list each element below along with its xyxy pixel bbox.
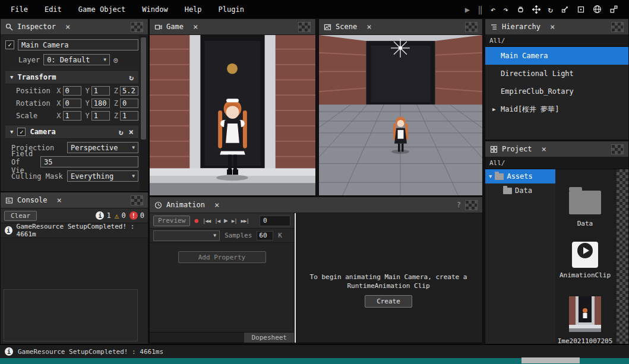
camera-enabled-checkbox[interactable]: ✓ bbox=[17, 128, 26, 136]
warning-filter[interactable]: ⚠ 0 bbox=[115, 211, 126, 220]
tab-console[interactable]: Console bbox=[17, 196, 48, 204]
transform-section-header[interactable]: ▼ Transform ↻ bbox=[5, 70, 138, 84]
tab-scene[interactable]: Scene bbox=[336, 23, 357, 31]
menu-game-object[interactable]: Game Object bbox=[78, 5, 125, 14]
project-detach-icon[interactable] bbox=[611, 144, 624, 154]
scene-viewport[interactable] bbox=[319, 35, 482, 195]
culling-dropdown[interactable]: Everything ▼ bbox=[67, 170, 138, 182]
scale-y-field[interactable] bbox=[91, 111, 110, 121]
rect-tool-icon[interactable] bbox=[577, 5, 585, 14]
console-log-entry[interactable]: i GameResource SetupCompleted! : 4661m bbox=[1, 223, 148, 238]
previous-key-icon[interactable]: |◀ bbox=[214, 218, 220, 224]
animation-detach-icon[interactable] bbox=[465, 200, 478, 210]
tab-inspector[interactable]: Inspector bbox=[17, 23, 56, 31]
animation-timeline-area[interactable]: To begin animating Main Camera, create a… bbox=[295, 213, 482, 343]
info-filter[interactable]: i 1 bbox=[96, 211, 110, 220]
move-tool-icon[interactable] bbox=[532, 5, 541, 14]
hierarchy-close-icon[interactable]: × bbox=[550, 22, 555, 31]
expand-arrow-icon[interactable]: ▶ bbox=[492, 106, 501, 112]
inspector-detach-icon[interactable] bbox=[131, 22, 143, 32]
add-property-button[interactable]: Add Property bbox=[178, 251, 266, 263]
play-animation-icon[interactable]: ▶ bbox=[224, 217, 227, 224]
position-z-field[interactable] bbox=[120, 86, 138, 96]
error-filter[interactable]: ! 0 bbox=[129, 211, 144, 220]
layer-target-icon[interactable]: ◎ bbox=[113, 56, 118, 64]
project-path[interactable]: All/ bbox=[485, 157, 628, 169]
scene-close-icon[interactable]: × bbox=[366, 22, 371, 31]
hierarchy-item-main-camera[interactable]: Main Camera bbox=[485, 47, 628, 65]
game-detach-icon[interactable] bbox=[298, 22, 311, 32]
console-close-icon[interactable]: × bbox=[57, 195, 62, 205]
rotate-tool-icon[interactable]: ↻ bbox=[548, 5, 553, 14]
camera-section-header[interactable]: ▼ ✓ Camera ↻ × bbox=[5, 125, 138, 139]
caret-down-icon[interactable]: ▼ bbox=[10, 129, 13, 135]
current-frame-field[interactable] bbox=[260, 216, 290, 226]
tab-project[interactable]: Project bbox=[502, 145, 532, 153]
menu-file[interactable]: File bbox=[11, 5, 28, 14]
game-close-icon[interactable]: × bbox=[193, 22, 198, 31]
clip-dropdown[interactable]: ▼ bbox=[153, 230, 220, 241]
scale-x-field[interactable] bbox=[63, 111, 81, 121]
tab-animation[interactable]: Animation bbox=[166, 201, 205, 209]
play-icon[interactable]: ▶ bbox=[465, 5, 470, 14]
clear-button[interactable]: Clear bbox=[4, 211, 37, 221]
preview-button[interactable]: Preview bbox=[153, 216, 190, 226]
pivot-icon[interactable] bbox=[609, 5, 618, 14]
help-icon[interactable]: ? bbox=[457, 201, 461, 209]
tree-item-data[interactable]: Data bbox=[485, 183, 555, 198]
rotation-y-field[interactable] bbox=[91, 99, 110, 108]
hand-tool-icon[interactable] bbox=[516, 5, 524, 14]
menu-edit[interactable]: Edit bbox=[45, 5, 62, 14]
inspector-close-icon[interactable]: × bbox=[65, 22, 70, 31]
record-icon[interactable]: ● bbox=[194, 217, 198, 224]
game-viewport[interactable] bbox=[150, 35, 315, 195]
position-x-field[interactable] bbox=[63, 86, 81, 96]
tab-game[interactable]: Game bbox=[166, 23, 184, 31]
hierarchy-item-empireclub-rotary[interactable]: EmpireClub_Rotary bbox=[485, 83, 628, 100]
go-to-end-icon[interactable]: ▶▶| bbox=[241, 218, 249, 224]
scale-z-field[interactable] bbox=[120, 111, 138, 121]
resize-handle[interactable] bbox=[521, 357, 580, 363]
asset-animation-clip[interactable]: AnimationClip bbox=[555, 242, 615, 279]
projection-dropdown[interactable]: Perspective ▼ bbox=[67, 142, 138, 153]
globe-icon[interactable] bbox=[593, 5, 602, 14]
rotation-x-field[interactable] bbox=[63, 99, 81, 108]
next-key-icon[interactable]: ▶| bbox=[232, 218, 237, 224]
caret-down-icon[interactable]: ▼ bbox=[10, 74, 13, 80]
create-clip-button[interactable]: Create bbox=[365, 295, 412, 308]
samples-field[interactable] bbox=[257, 231, 273, 240]
rotation-z-field[interactable] bbox=[120, 99, 138, 108]
scale-tool-icon[interactable] bbox=[561, 5, 569, 14]
console-detach-icon[interactable] bbox=[131, 195, 143, 205]
caret-down-icon[interactable]: ▼ bbox=[489, 173, 492, 179]
project-close-icon[interactable]: × bbox=[542, 144, 546, 154]
animation-close-icon[interactable]: × bbox=[214, 200, 219, 210]
redo-icon[interactable]: ↷ bbox=[503, 5, 508, 14]
fov-field[interactable] bbox=[40, 156, 138, 167]
menu-help[interactable]: Help bbox=[185, 5, 202, 14]
go-to-start-icon[interactable]: |◀◀ bbox=[203, 218, 210, 224]
hierarchy-item-directional-light[interactable]: Directional Light bbox=[485, 65, 628, 83]
hierarchy-path[interactable]: All/ bbox=[485, 35, 628, 47]
pause-icon[interactable]: ‖ bbox=[478, 5, 482, 14]
undo-icon[interactable]: ↶ bbox=[491, 5, 495, 14]
asset-data-folder[interactable]: Data bbox=[555, 191, 615, 227]
dopesheet-tab[interactable]: Dopesheet bbox=[244, 333, 294, 343]
add-keyframe-icon[interactable]: K bbox=[278, 232, 282, 239]
status-bar[interactable]: i GameResource SetupCompleted! : 4661ms bbox=[0, 344, 629, 358]
scene-detach-icon[interactable] bbox=[465, 22, 478, 32]
hierarchy-item-maid[interactable]: ▶ Maid[桜井 夢華] bbox=[485, 100, 628, 118]
position-y-field[interactable] bbox=[91, 86, 110, 96]
layer-dropdown[interactable]: 0: Default ▼ bbox=[43, 54, 110, 65]
camera-reset-icon[interactable]: ↻ bbox=[119, 128, 124, 137]
menu-window[interactable]: Window bbox=[142, 5, 167, 14]
transform-reset-icon[interactable]: ↻ bbox=[129, 73, 134, 82]
object-name-field[interactable] bbox=[18, 39, 138, 50]
inspector-scrollbar[interactable] bbox=[140, 36, 147, 191]
menu-plugin[interactable]: Plugin bbox=[219, 5, 244, 14]
asset-image[interactable]: Ime20211007205 bbox=[555, 296, 615, 344]
active-checkbox[interactable]: ✓ bbox=[5, 40, 14, 49]
hierarchy-detach-icon[interactable] bbox=[611, 22, 624, 32]
camera-remove-icon[interactable]: × bbox=[129, 127, 134, 137]
tab-hierarchy[interactable]: Hierarchy bbox=[502, 23, 541, 31]
